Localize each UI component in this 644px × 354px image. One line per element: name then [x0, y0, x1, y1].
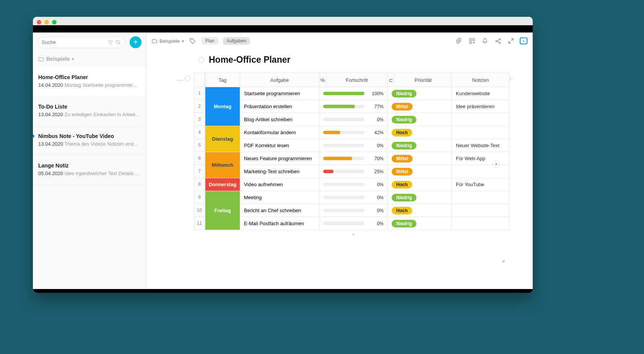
notes-cell[interactable]: Für Web-App — [452, 152, 509, 165]
priority-cell[interactable]: Hoch — [388, 126, 452, 139]
window-zoom-button[interactable] — [52, 20, 57, 24]
priority-badge[interactable]: Niedrig — [392, 220, 416, 227]
progress-bar[interactable] — [323, 170, 364, 173]
table-row[interactable]: Präsentation erstellen77%MittelIdee präs… — [205, 100, 509, 113]
progress-cell[interactable]: 42% — [319, 126, 388, 139]
row-number[interactable]: 8 — [194, 178, 205, 191]
row-number[interactable]: 2 — [194, 100, 205, 113]
priority-cell[interactable]: Mittel — [388, 100, 452, 113]
notes-cell[interactable] — [452, 113, 509, 126]
progress-bar[interactable] — [323, 183, 364, 186]
priority-badge[interactable]: Hoch — [392, 129, 412, 136]
progress-bar[interactable] — [323, 222, 364, 225]
chip-aufgaben[interactable]: Aufgaben — [223, 37, 250, 45]
priority-cell[interactable]: Niedrig — [388, 87, 452, 100]
doc-title[interactable]: Home-Office Planer — [209, 55, 290, 65]
table-row[interactable]: E-Mail Postfach aufräumen0%Niedrig — [205, 217, 509, 230]
table-row[interactable]: Bericht an Chef schreiben0%Hoch — [205, 204, 509, 217]
th-fortschritt[interactable]: Fortschritt — [326, 73, 388, 87]
priority-badge[interactable]: Hoch — [392, 207, 412, 214]
note-item[interactable]: Nimbus Note - YouTube Video13.04.2020 Th… — [33, 126, 146, 156]
progress-cell[interactable]: 25% — [319, 165, 388, 178]
row-number[interactable]: 10 — [194, 204, 205, 217]
window-close-button[interactable] — [37, 20, 41, 24]
priority-badge[interactable]: Niedrig — [392, 90, 416, 97]
chip-plan[interactable]: Plan — [202, 37, 218, 45]
priority-badge[interactable]: Niedrig — [392, 142, 416, 149]
row-number[interactable]: 4 — [194, 126, 205, 139]
task-cell[interactable]: PDF Korrektur lesen — [240, 139, 319, 152]
progress-cell[interactable]: 0% — [319, 217, 388, 230]
table-row[interactable]: DonnerstagVideo aufnehmen0%HochFür YouTu… — [205, 178, 509, 191]
row-resize-handle-icon[interactable]: ≡ — [194, 230, 513, 237]
priority-cell[interactable]: Niedrig — [388, 217, 452, 230]
notes-cell[interactable] — [452, 191, 509, 204]
th-prioritaet[interactable]: Priorität — [395, 73, 452, 87]
task-cell[interactable]: Marketing-Text schreiben — [240, 165, 319, 178]
main-breadcrumb[interactable]: Beispiele ▾ — [152, 38, 184, 44]
table-row[interactable]: Blog-Artikel schreiben0%Niedrig — [205, 113, 509, 126]
progress-bar[interactable] — [323, 209, 364, 212]
progress-bar[interactable] — [323, 157, 364, 160]
resize-corner-icon[interactable]: ◢ — [501, 258, 504, 263]
th-aufgabe[interactable]: Aufgabe — [240, 73, 319, 87]
table-expand-button[interactable]: ▾ — [493, 161, 499, 167]
notes-cell[interactable]: Für YouTube — [452, 178, 509, 191]
row-number[interactable]: 6 — [194, 152, 205, 165]
day-cell[interactable]: Montag — [205, 87, 240, 126]
row-number[interactable]: 9 — [194, 191, 205, 204]
search-input[interactable] — [42, 39, 108, 45]
row-checkbox[interactable] — [185, 76, 190, 81]
row-menu-icon[interactable]: ⋯ — [176, 73, 185, 84]
grid-icon[interactable] — [468, 37, 476, 45]
task-cell[interactable]: E-Mail Postfach aufräumen — [240, 217, 319, 230]
priority-cell[interactable]: Hoch — [388, 178, 452, 191]
th-tag[interactable]: Tag — [205, 73, 240, 87]
expand-icon[interactable] — [507, 37, 515, 45]
progress-cell[interactable]: 0% — [319, 113, 388, 126]
notes-cell[interactable]: Kundenwebsite — [452, 87, 509, 100]
progress-bar[interactable] — [323, 105, 364, 108]
table-row[interactable]: FreitagMeeting0%Niedrig — [205, 191, 509, 204]
note-item[interactable]: Home-Office Planer14.04.2020 Montag Star… — [33, 67, 146, 97]
table-row[interactable]: Marketing-Text schreiben25%Mittel — [205, 165, 509, 178]
notes-cell[interactable] — [452, 126, 509, 139]
priority-badge[interactable]: Niedrig — [392, 194, 416, 201]
day-cell[interactable]: Dienstag — [205, 126, 240, 152]
add-note-button[interactable]: + — [130, 36, 141, 48]
priority-cell[interactable]: Mittel — [388, 152, 452, 165]
progress-cell[interactable]: 0% — [319, 139, 388, 152]
priority-cell[interactable]: Niedrig — [388, 191, 452, 204]
column-resize-handle-icon[interactable]: ⊩ — [509, 73, 513, 230]
task-cell[interactable]: Präsentation erstellen — [240, 100, 319, 113]
progress-cell[interactable]: 77% — [319, 100, 388, 113]
tag-icon[interactable] — [189, 37, 197, 45]
th-notizen[interactable]: Notizen — [452, 73, 509, 87]
doc-checkbox[interactable] — [198, 57, 204, 63]
sidebar-breadcrumb[interactable]: Beispiele ▾ — [33, 52, 146, 67]
progress-cell[interactable]: 100% — [319, 87, 388, 100]
capture-icon[interactable]: • — [520, 37, 527, 44]
priority-badge[interactable]: Mittel — [392, 168, 413, 175]
day-cell[interactable]: Donnerstag — [205, 178, 240, 191]
bell-icon[interactable] — [481, 37, 489, 45]
task-cell[interactable]: Video aufnehmen — [240, 178, 319, 191]
progress-bar[interactable] — [323, 92, 364, 95]
notes-cell[interactable]: Idee präsentieren — [452, 100, 509, 113]
notes-cell[interactable] — [452, 204, 509, 217]
progress-bar[interactable] — [323, 131, 364, 134]
row-number[interactable]: 1 — [194, 87, 205, 100]
notes-cell[interactable] — [452, 165, 509, 178]
progress-bar[interactable] — [323, 118, 364, 121]
table-row[interactable]: DienstagKontaktformular ändern42%Hoch — [205, 126, 509, 139]
search-box[interactable] — [37, 37, 125, 48]
priority-badge[interactable]: Hoch — [392, 181, 412, 188]
progress-bar[interactable] — [323, 144, 364, 147]
row-number[interactable]: 5 — [194, 139, 205, 152]
task-cell[interactable]: Kontaktformular ändern — [240, 126, 319, 139]
priority-badge[interactable]: Niedrig — [392, 116, 416, 123]
task-cell[interactable]: Meeting — [240, 191, 319, 204]
search-icon[interactable] — [115, 40, 121, 45]
priority-badge[interactable]: Mittel — [392, 103, 413, 110]
priority-cell[interactable]: Niedrig — [388, 113, 452, 126]
